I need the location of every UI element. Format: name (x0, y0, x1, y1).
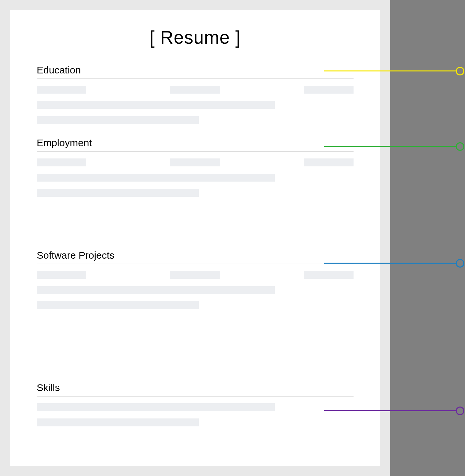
callout-line (324, 410, 456, 411)
placeholder-row (37, 86, 354, 94)
placeholder-bar (170, 271, 220, 279)
callout-annotation (0, 263, 465, 264)
placeholder-bar (37, 418, 199, 426)
placeholder-bar (37, 101, 275, 109)
section-label-software-projects: Software Projects (37, 250, 354, 261)
placeholder-bar (37, 86, 86, 94)
callout-circle-icon (456, 407, 464, 415)
callout-annotation (0, 70, 465, 71)
placeholder-row (37, 301, 354, 309)
placeholder-row (37, 158, 354, 166)
section-software-projects: Software Projects (37, 250, 354, 309)
placeholder-bar (170, 86, 220, 94)
placeholder-bar (37, 158, 86, 166)
callout-circle-icon (456, 142, 464, 151)
placeholder-row (37, 174, 354, 182)
section-rule (37, 396, 354, 397)
callout-line (324, 146, 456, 147)
callout-circle-icon (456, 259, 464, 268)
callout-line (324, 263, 456, 264)
callout-annotation (0, 146, 465, 147)
section-label-education: Education (37, 65, 354, 76)
section-label-skills: Skills (37, 382, 354, 393)
placeholder-bar (37, 116, 199, 124)
callout-circle-icon (456, 67, 464, 75)
placeholder-row (37, 189, 354, 197)
callout-annotation (0, 410, 465, 411)
section-rule (37, 264, 354, 264)
resume-page: [ Resume ] Education Employment (10, 10, 380, 466)
placeholder-row (37, 271, 354, 279)
placeholder-bar (37, 286, 275, 294)
section-rule (37, 78, 354, 79)
placeholder-row (37, 418, 354, 426)
placeholder-bar (170, 158, 220, 166)
placeholder-bar (304, 86, 354, 94)
placeholder-bar (37, 174, 275, 182)
placeholder-bar (37, 301, 199, 309)
placeholder-row (37, 101, 354, 109)
placeholder-bar (37, 189, 199, 197)
placeholder-bar (37, 271, 86, 279)
callout-line (324, 70, 456, 71)
section-skills: Skills (37, 382, 354, 426)
section-rule (37, 151, 354, 152)
placeholder-bar (304, 158, 354, 166)
placeholder-row (37, 286, 354, 294)
placeholder-row (37, 116, 354, 124)
resume-title: [ Resume ] (37, 27, 354, 48)
placeholder-bar (304, 271, 354, 279)
section-education: Education (37, 65, 354, 124)
